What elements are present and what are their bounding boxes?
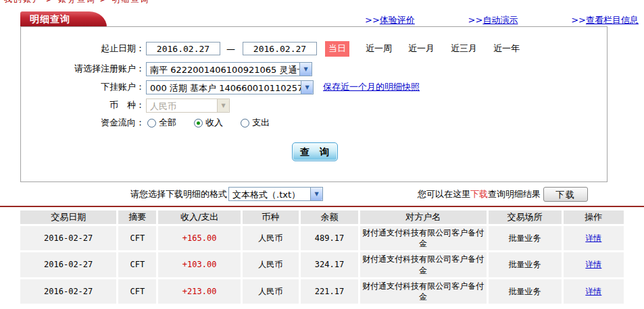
- download-format-value: 文本格式（.txt）: [229, 188, 310, 200]
- radio-expense[interactable]: [241, 119, 249, 128]
- download-action-group: 您可以在这里下载查询明细结果 下载: [418, 187, 588, 202]
- tab-detail-query[interactable]: 明细查询: [20, 11, 107, 27]
- quick-range-quarter[interactable]: 近三月: [451, 43, 477, 55]
- register-account-value: 南平 6222001406100921065 灵通卡: [147, 63, 299, 76]
- flow-direction-row: 资金流向： 全部 收入 支出: [21, 115, 607, 130]
- cell-balance: 221.17: [301, 279, 358, 304]
- query-button[interactable]: 查 询: [292, 142, 338, 161]
- radio-expense-label[interactable]: 支出: [252, 117, 270, 129]
- header-action: 操作: [564, 210, 624, 224]
- cell-counterparty: 财付通支付科技有限公司客户备付金: [360, 252, 486, 277]
- download-format-group: 请您选择下载明细的格式 文本格式（.txt） ▼: [130, 187, 323, 201]
- cell-currency: 人民币: [243, 252, 299, 277]
- chevron-down-icon: ▼: [310, 188, 322, 200]
- table-row: 2016-02-27 CFT +103.00 人民币 324.17 财付通支付科…: [20, 252, 624, 277]
- download-format-select[interactable]: 文本格式（.txt） ▼: [228, 187, 323, 201]
- query-form-panel: 起止日期： — 当日 近一周 近一月 近三月 近一年 请选择注册账户： 南平 6…: [20, 26, 608, 182]
- cell-currency: 人民币: [243, 226, 299, 250]
- link-experience-review[interactable]: >>体验评价: [365, 14, 415, 26]
- cell-summary: CFT: [118, 226, 156, 250]
- cell-amount: +213.00: [158, 279, 240, 304]
- header-date: 交易日期: [20, 210, 116, 224]
- quick-range-month[interactable]: 近一月: [408, 43, 435, 55]
- link-prefix: >>: [365, 15, 380, 25]
- detail-query-page: 我的账户 > 账务查询 > 明细查询 明细查询 >>体验评价 >>自动演示 >>…: [0, 0, 644, 309]
- currency-select: 人民币 ▼: [146, 99, 230, 113]
- sub-account-label: 下挂账户：: [21, 81, 145, 93]
- header-amount: 收入/支出: [158, 210, 240, 224]
- end-date-input[interactable]: [243, 42, 317, 55]
- download-hint: 您可以在这里下载查询明细结果: [418, 188, 541, 200]
- flow-radio-group: 全部 收入 支出: [147, 117, 287, 129]
- radio-all[interactable]: [147, 119, 156, 128]
- table-row: 2016-02-27 CFT +213.00 人民币 221.17 财付通支付科…: [20, 279, 624, 304]
- detail-link[interactable]: 详情: [585, 233, 601, 243]
- radio-all-label[interactable]: 全部: [159, 117, 176, 129]
- table-row: 2016-02-27 CFT +165.00 人民币 489.17 财付通支付科…: [20, 226, 624, 250]
- sub-account-value: 000 活期 基本户 1406600101102571848: [147, 81, 301, 94]
- header-counterparty: 对方户名: [360, 210, 486, 224]
- flow-direction-label: 资金流向：: [21, 117, 145, 129]
- quick-range-today[interactable]: 当日: [325, 41, 349, 57]
- save-snapshot-link[interactable]: 保存近一个月的明细快照: [323, 81, 420, 93]
- chevron-down-icon: ▼: [299, 63, 312, 76]
- header-currency: 币种: [243, 210, 299, 224]
- register-account-label: 请选择注册账户：: [21, 63, 145, 75]
- cell-summary: CFT: [118, 279, 156, 304]
- link-column-info[interactable]: >>查看栏目信息: [571, 14, 639, 26]
- table-header-row: 交易日期 摘要 收入/支出 币种 余额 对方户名 交易场所 操作: [20, 210, 624, 224]
- link-prefix: >>: [468, 15, 483, 25]
- cell-venue: 批量业务: [489, 279, 562, 304]
- download-format-label: 请您选择下载明细的格式: [130, 188, 227, 200]
- currency-label: 币 种：: [21, 99, 145, 111]
- cell-venue: 批量业务: [489, 252, 562, 277]
- cell-venue: 批量业务: [489, 226, 562, 250]
- radio-income[interactable]: [194, 119, 203, 128]
- cell-balance: 324.17: [301, 252, 358, 277]
- sub-account-select[interactable]: 000 活期 基本户 1406600101102571848 ▼: [146, 80, 314, 94]
- breadcrumb[interactable]: 我的账户 > 账务查询 > 明细查询: [4, 0, 149, 5]
- currency-row: 币 种： 人民币 ▼: [21, 98, 607, 113]
- cell-counterparty: 财付通支付科技有限公司客户备付金: [360, 226, 486, 250]
- cell-summary: CFT: [118, 252, 156, 277]
- cell-balance: 489.17: [301, 226, 358, 250]
- cell-date: 2016-02-27: [20, 226, 116, 250]
- start-date-input[interactable]: [146, 42, 220, 55]
- link-label: 查看栏目信息: [586, 15, 639, 25]
- quick-range-year[interactable]: 近一年: [493, 43, 520, 55]
- download-row: 请您选择下载明细的格式 文本格式（.txt） ▼ 您可以在这里下载查询明细结果 …: [0, 187, 644, 203]
- cell-amount: +165.00: [158, 226, 240, 250]
- detail-link[interactable]: 详情: [585, 260, 601, 269]
- quick-range-week[interactable]: 近一周: [366, 43, 392, 55]
- transactions-table: 交易日期 摘要 收入/支出 币种 余额 对方户名 交易场所 操作 2016-02…: [18, 208, 626, 306]
- link-label: 体验评价: [380, 15, 415, 25]
- cell-date: 2016-02-27: [20, 252, 116, 277]
- header-summary: 摘要: [118, 210, 156, 224]
- cell-amount: +103.00: [158, 252, 240, 277]
- radio-income-label[interactable]: 收入: [205, 117, 223, 129]
- download-hint-red[interactable]: 下载: [470, 189, 488, 199]
- date-range-row: 起止日期： — 当日 近一周 近一月 近三月 近一年: [21, 41, 607, 56]
- chevron-down-icon: ▼: [217, 99, 229, 112]
- link-auto-demo[interactable]: >>自动演示: [468, 14, 518, 26]
- sub-account-row: 下挂账户： 000 活期 基本户 1406600101102571848 ▼ 保…: [21, 80, 607, 94]
- date-range-label: 起止日期：: [21, 43, 145, 55]
- link-prefix: >>: [571, 15, 586, 25]
- header-balance: 余额: [301, 210, 358, 224]
- cell-currency: 人民币: [243, 279, 299, 304]
- detail-link[interactable]: 详情: [585, 287, 601, 296]
- currency-value: 人民币: [147, 99, 217, 112]
- register-account-row: 请选择注册账户： 南平 6222001406100921065 灵通卡 ▼: [21, 61, 607, 76]
- register-account-select[interactable]: 南平 6222001406100921065 灵通卡 ▼: [146, 62, 312, 76]
- download-button[interactable]: 下载: [543, 187, 588, 202]
- link-label: 自动演示: [482, 15, 518, 25]
- chevron-down-icon: ▼: [301, 81, 313, 94]
- section-divider: [0, 206, 644, 207]
- header-links: >>体验评价 >>自动演示 >>查看栏目信息: [365, 14, 639, 26]
- cell-date: 2016-02-27: [20, 279, 116, 304]
- cell-counterparty: 财付通支付科技有限公司客户备付金: [360, 279, 486, 304]
- header-venue: 交易场所: [489, 210, 562, 224]
- date-dash: —: [226, 44, 235, 54]
